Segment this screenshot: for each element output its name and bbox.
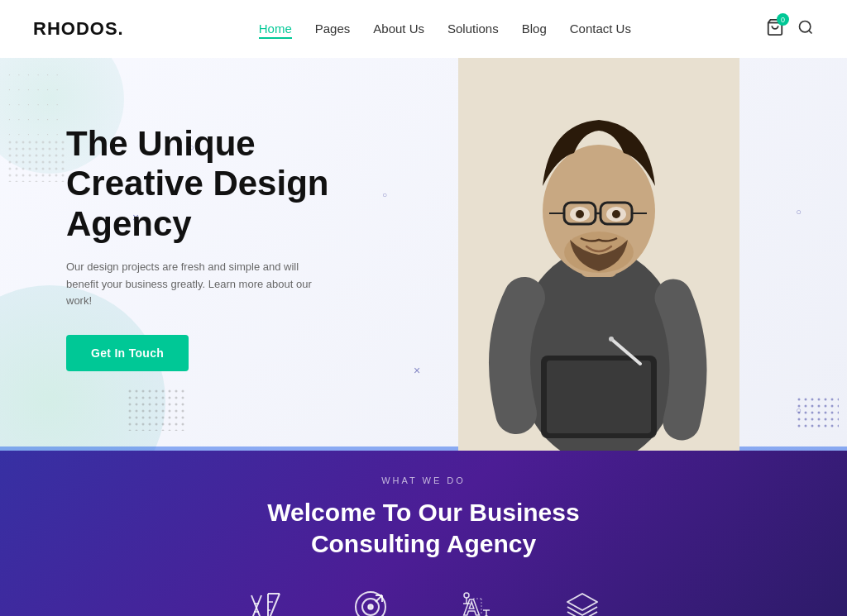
service-typography: A — [457, 587, 496, 616]
svg-marker-51 — [567, 594, 597, 610]
decorative-dots-top-left — [8, 66, 58, 107]
typography-icon: A — [457, 587, 496, 616]
nav-item-blog[interactable]: Blog — [522, 21, 547, 36]
target-icon — [351, 587, 390, 616]
nav-item-pages[interactable]: Pages — [315, 21, 351, 36]
svg-point-21 — [576, 210, 584, 218]
svg-line-33 — [268, 594, 280, 616]
search-icon — [797, 19, 814, 36]
hero-title: The Unique Creative Design Agency — [66, 124, 397, 244]
hero-person-image — [458, 58, 739, 451]
nav-icons: 0 — [766, 18, 814, 40]
brand-logo[interactable]: RHODOS. — [33, 18, 124, 40]
decorative-dots-right — [797, 398, 839, 434]
svg-line-39 — [376, 595, 382, 602]
svg-point-1 — [800, 21, 811, 32]
svg-rect-24 — [547, 361, 651, 433]
bottom-title: Welcome To Our BusinessConsulting Agency — [267, 497, 579, 559]
cta-button[interactable]: Get In Touch — [66, 335, 189, 371]
nav-link-pages[interactable]: Pages — [315, 21, 351, 36]
svg-rect-8 — [797, 398, 839, 431]
cart-button[interactable]: 0 — [766, 18, 784, 40]
pen-ruler-icon — [245, 587, 285, 616]
nav-link-blog[interactable]: Blog — [522, 21, 547, 36]
hero-subtitle: Our design projects are fresh and simple… — [66, 259, 331, 310]
nav-link-contact[interactable]: Contact Us — [570, 21, 631, 36]
service-design — [245, 587, 285, 616]
svg-line-2 — [809, 31, 812, 34]
person-svg — [458, 58, 739, 451]
navbar: RHODOS. Home Pages About Us Solutions Bl… — [0, 0, 847, 58]
marker-o-4: ○ — [796, 405, 802, 415]
bottom-section: WHAT WE DO Welcome To Our BusinessConsul… — [0, 451, 847, 616]
hero-section: × × × ○ ○ ○ ○ The Unique Creative Design… — [0, 58, 847, 451]
nav-item-solutions[interactable]: Solutions — [447, 21, 499, 36]
svg-rect-4 — [8, 141, 66, 182]
nav-link-about[interactable]: About Us — [373, 21, 424, 36]
nav-links: Home Pages About Us Solutions Blog Conta… — [259, 21, 631, 36]
eyebrow-label: WHAT WE DO — [381, 475, 466, 485]
service-target — [351, 587, 390, 616]
hero-content: The Unique Creative Design Agency Our de… — [66, 124, 397, 371]
marker-x-3: × — [414, 364, 420, 377]
nav-item-about[interactable]: About Us — [373, 21, 424, 36]
nav-link-home[interactable]: Home — [259, 21, 292, 39]
svg-point-26 — [609, 337, 614, 341]
service-icons-row: A — [245, 587, 602, 616]
nav-item-home[interactable]: Home — [259, 21, 292, 36]
layers-icon — [562, 587, 602, 616]
search-button[interactable] — [797, 19, 814, 39]
cart-badge: 0 — [777, 13, 789, 26]
svg-rect-6 — [128, 389, 186, 431]
marker-o-3: ○ — [796, 207, 802, 217]
decorative-dots-bottom — [128, 389, 186, 434]
svg-point-22 — [612, 210, 620, 218]
nav-item-contact[interactable]: Contact Us — [570, 21, 631, 36]
nav-link-solutions[interactable]: Solutions — [447, 21, 499, 36]
service-layers — [562, 587, 602, 616]
svg-point-38 — [368, 604, 373, 609]
